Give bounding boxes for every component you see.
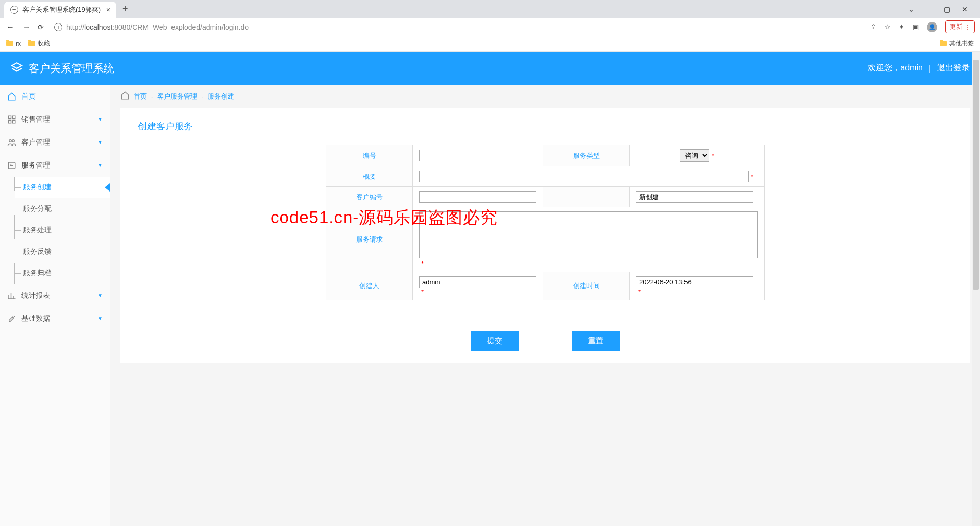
window-controls: ⌄ — ▢ ✕ xyxy=(900,5,976,13)
type-label: 服务类型 xyxy=(543,145,630,166)
required-mark: * xyxy=(421,288,424,296)
grid-icon xyxy=(7,115,16,124)
breadcrumb-service-mgmt[interactable]: 客户服务管理 xyxy=(157,92,197,101)
profile-avatar-icon[interactable]: 👤 xyxy=(927,22,937,32)
chart-icon xyxy=(7,291,16,300)
address-bar: ← → ⟳ i http://localhost:8080/CRM_Web_ex… xyxy=(0,18,980,36)
url-text: http://localhost:8080/CRM_Web_exploded/a… xyxy=(66,23,249,31)
app-title: 客户关系管理系统 xyxy=(29,61,114,76)
extensions-icon[interactable]: ✦ xyxy=(899,23,904,31)
sidebar-sub-service-assign[interactable]: 服务分配 xyxy=(15,198,110,220)
sidebar-item-home[interactable]: 首页 xyxy=(0,85,110,108)
tab-title: 客户关系管理系统(19郭爽) xyxy=(22,5,101,14)
id-input[interactable] xyxy=(419,150,536,161)
breadcrumb-sep: - xyxy=(201,92,203,100)
chevron-down-icon: ▼ xyxy=(97,162,103,168)
update-button[interactable]: 更新 ⋮ xyxy=(945,20,975,33)
sidebar-item-stats[interactable]: 统计报表 ▼ xyxy=(0,284,110,307)
side-panel-icon[interactable]: ▣ xyxy=(913,23,919,31)
home-icon xyxy=(120,91,130,102)
app-logo: 客户关系管理系统 xyxy=(10,61,114,76)
bookmark-fav[interactable]: 收藏 xyxy=(28,39,50,48)
sidebar-item-base[interactable]: 基础数据 ▼ xyxy=(0,307,110,330)
sidebar-item-label: 服务管理 xyxy=(21,161,50,170)
scrollbar-thumb[interactable] xyxy=(973,60,979,290)
back-icon[interactable]: ← xyxy=(5,22,15,32)
browser-chrome: 客户关系管理系统(19郭爽) × + ⌄ — ▢ ✕ ← → ⟳ i http:… xyxy=(0,0,980,52)
close-icon[interactable]: × xyxy=(106,6,110,14)
chevron-down-icon: ▼ xyxy=(97,293,103,298)
logo-icon xyxy=(10,62,23,75)
sidebar-item-service[interactable]: 服务管理 ▼ xyxy=(0,154,110,177)
share-icon[interactable]: ⇪ xyxy=(871,23,876,31)
chevron-down-icon: ▼ xyxy=(97,316,103,321)
scrollbar[interactable] xyxy=(972,52,980,526)
creator-input[interactable] xyxy=(419,276,536,288)
chevron-down-icon: ▼ xyxy=(97,116,103,122)
sidebar-item-label: 销售管理 xyxy=(21,115,50,124)
customer-input[interactable] xyxy=(419,191,536,203)
sidebar-sub-service-create[interactable]: 服务创建 xyxy=(15,177,110,198)
folder-icon xyxy=(28,41,35,46)
folder-icon xyxy=(940,41,947,46)
sidebar-service-submenu: 服务创建 服务分配 服务处理 服务反馈 服务归档 xyxy=(14,177,110,284)
minimize-icon[interactable]: — xyxy=(925,5,933,13)
submit-button[interactable]: 提交 xyxy=(471,331,519,351)
breadcrumb-home[interactable]: 首页 xyxy=(134,92,147,101)
window-dropdown-icon[interactable]: ⌄ xyxy=(908,5,914,13)
creator-label: 创建人 xyxy=(326,272,413,300)
content-area: 首页 - 客户服务管理 - 服务创建 创建客户服务 编号 服务类型 咨询* 概要… xyxy=(110,85,980,526)
svg-rect-1 xyxy=(13,116,15,118)
welcome-text: 欢迎您，admin xyxy=(868,63,923,74)
required-mark: * xyxy=(638,288,641,296)
sidebar-item-label: 统计报表 xyxy=(21,291,50,300)
status-label xyxy=(543,187,630,207)
create-time-label: 创建时间 xyxy=(543,272,630,300)
svg-point-5 xyxy=(12,139,15,142)
globe-icon xyxy=(10,6,18,14)
request-label: 服务请求 xyxy=(326,207,413,272)
maximize-icon[interactable]: ▢ xyxy=(944,5,950,13)
url-field[interactable]: i http://localhost:8080/CRM_Web_exploded… xyxy=(50,23,865,31)
id-label: 编号 xyxy=(326,145,413,166)
bookmark-rx[interactable]: rx xyxy=(6,39,21,48)
sidebar-item-sales[interactable]: 销售管理 ▼ xyxy=(0,108,110,131)
request-textarea[interactable] xyxy=(419,211,758,258)
required-mark: * xyxy=(712,152,714,159)
svg-rect-2 xyxy=(8,120,11,123)
status-input[interactable] xyxy=(636,191,753,203)
sidebar-sub-service-process[interactable]: 服务处理 xyxy=(15,220,110,241)
summary-label: 概要 xyxy=(326,166,413,187)
tab-bar: 客户关系管理系统(19郭爽) × + ⌄ — ▢ ✕ xyxy=(0,0,980,18)
bookmark-star-icon[interactable]: ☆ xyxy=(885,23,891,31)
summary-input[interactable] xyxy=(419,171,749,182)
bookmark-other[interactable]: 其他书签 xyxy=(940,39,974,48)
browser-tab[interactable]: 客户关系管理系统(19郭爽) × xyxy=(4,2,116,18)
sidebar-item-label: 基础数据 xyxy=(21,314,50,323)
tools-icon xyxy=(7,314,16,323)
svg-point-4 xyxy=(9,139,12,142)
site-info-icon[interactable]: i xyxy=(54,23,62,31)
chevron-down-icon: ▼ xyxy=(97,139,103,145)
new-tab-button[interactable]: + xyxy=(116,4,134,14)
folder-icon xyxy=(6,41,13,46)
reload-icon[interactable]: ⟳ xyxy=(38,23,44,31)
sidebar-sub-service-archive[interactable]: 服务归档 xyxy=(15,262,110,284)
service-icon xyxy=(7,161,16,170)
svg-rect-3 xyxy=(13,120,15,123)
forward-icon[interactable]: → xyxy=(21,22,32,32)
form-table: 编号 服务类型 咨询* 概要 * 客户编号 服务请求 * xyxy=(326,145,765,300)
button-row: 提交 重置 xyxy=(133,331,958,351)
sidebar-item-customer[interactable]: 客户管理 ▼ xyxy=(0,131,110,154)
type-select[interactable]: 咨询 xyxy=(680,149,709,162)
logout-link[interactable]: 退出登录 xyxy=(937,63,970,74)
reset-button[interactable]: 重置 xyxy=(572,331,620,351)
sidebar-sub-service-feedback[interactable]: 服务反馈 xyxy=(15,241,110,262)
create-time-input[interactable] xyxy=(636,276,753,288)
close-window-icon[interactable]: ✕ xyxy=(962,5,968,13)
app-header: 客户关系管理系统 欢迎您，admin | 退出登录 xyxy=(0,52,980,85)
breadcrumb-sep: - xyxy=(151,92,153,100)
required-mark: * xyxy=(421,260,424,268)
separator: | xyxy=(929,64,931,73)
breadcrumb-service-create[interactable]: 服务创建 xyxy=(208,92,234,101)
